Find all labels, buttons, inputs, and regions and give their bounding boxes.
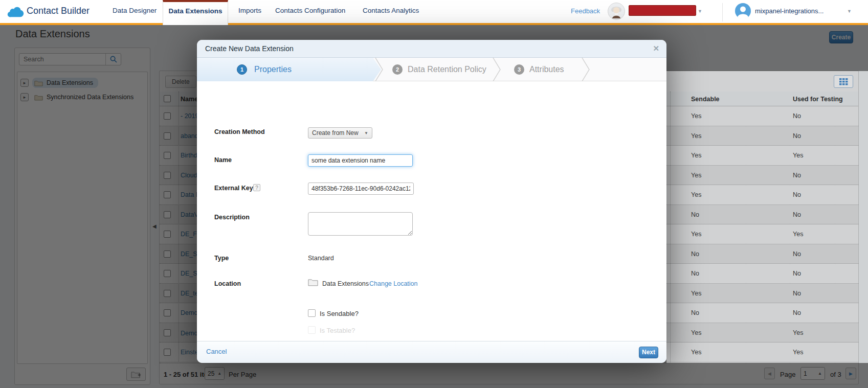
step-number: 3 — [514, 64, 524, 75]
modal-footer: Cancel Next — [197, 341, 666, 363]
nav-divider — [722, 3, 723, 21]
dropdown-arrow-icon: ▼ — [364, 131, 368, 135]
app-canvas: Contact Builder Data Designer Data Exten… — [0, 0, 868, 388]
wizard-steps: 1 Properties 2 Data Retention Policy 3 A… — [197, 58, 666, 81]
external-key-input[interactable] — [308, 182, 414, 195]
cloud-logo-icon — [7, 5, 25, 18]
description-label: Description — [214, 214, 250, 221]
modal-header: Create New Data Extension ✕ — [197, 40, 666, 58]
is-testable-checkbox — [308, 326, 316, 334]
cancel-button[interactable]: Cancel — [206, 348, 227, 355]
create-data-extension-modal: Create New Data Extension ✕ 1 Properties… — [197, 40, 666, 363]
is-sendable-label: Is Sendable? — [320, 310, 359, 317]
app-title: Contact Builder — [27, 6, 90, 16]
help-icon[interactable]: ? — [253, 184, 260, 191]
close-icon[interactable]: ✕ — [653, 44, 659, 53]
step-separator — [375, 58, 384, 81]
is-testable-label: Is Testable? — [320, 327, 355, 334]
description-textarea[interactable] — [308, 212, 413, 236]
creation-method-label: Creation Method — [214, 128, 265, 135]
next-button[interactable]: Next — [639, 347, 658, 358]
account-name[interactable]: mixpanel-integrations... — [755, 7, 824, 15]
nav-item-contacts-analytics[interactable]: Contacts Analytics — [363, 7, 419, 14]
step-label: Attributes — [529, 65, 564, 74]
external-key-label: External Key — [214, 185, 253, 192]
is-sendable-checkbox[interactable] — [308, 309, 316, 317]
nav-item-data-extensions[interactable]: Data Extensions — [163, 0, 228, 25]
redacted-account-box[interactable] — [629, 5, 696, 16]
step-label: Properties — [254, 65, 292, 74]
location-value: Data Extensions — [322, 280, 369, 287]
chevron-down-icon[interactable]: ▼ — [698, 9, 702, 14]
nav-item-contacts-configuration[interactable]: Contacts Configuration — [275, 7, 345, 14]
folder-icon — [308, 278, 318, 286]
modal-title: Create New Data Extension — [205, 44, 294, 53]
location-label: Location — [214, 280, 241, 287]
einstein-avatar[interactable] — [608, 3, 625, 20]
step-separator — [582, 58, 590, 81]
nav-item-imports[interactable]: Imports — [238, 7, 261, 14]
user-avatar[interactable] — [735, 3, 751, 19]
creation-method-select[interactable]: Create from New ▼ — [308, 127, 372, 139]
step-separator — [493, 58, 501, 81]
type-label: Type — [214, 255, 229, 262]
feedback-link[interactable]: Feedback — [571, 7, 600, 15]
nav-item-data-designer[interactable]: Data Designer — [113, 7, 157, 14]
name-input[interactable] — [308, 154, 413, 167]
step-number: 1 — [237, 64, 247, 75]
modal-overlay-light — [666, 71, 868, 363]
step-label: Data Retention Policy — [408, 65, 486, 74]
top-nav: Contact Builder Data Designer Data Exten… — [0, 0, 868, 25]
modal-overlay — [0, 363, 868, 388]
chevron-down-icon[interactable]: ▼ — [847, 9, 852, 14]
type-value: Standard — [308, 255, 334, 262]
name-label: Name — [214, 156, 232, 164]
step-number: 2 — [392, 64, 403, 75]
change-location-link[interactable]: Change Location — [369, 280, 418, 287]
